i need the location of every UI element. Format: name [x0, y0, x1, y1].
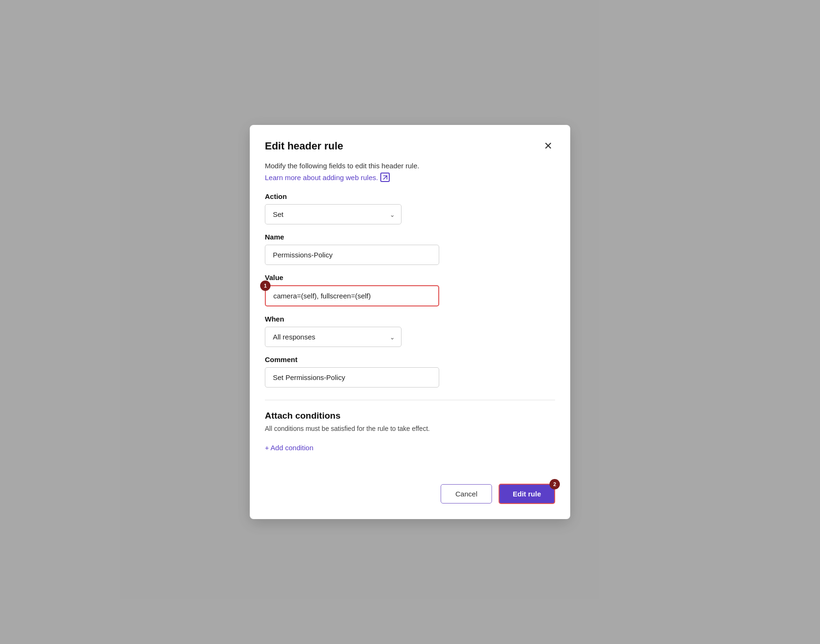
edit-rule-button[interactable]: Edit rule: [499, 484, 555, 504]
action-select-wrapper: Set Append Delete ⌄: [265, 204, 402, 224]
value-error-badge: 1: [260, 281, 271, 291]
when-label: When: [265, 315, 555, 323]
when-select-wrapper: All responses Status 2xx Status 3xx Stat…: [265, 327, 402, 347]
edit-rule-button-wrapper: 2 Edit rule: [499, 484, 555, 504]
value-input[interactable]: [265, 285, 439, 306]
add-condition-label: + Add condition: [265, 444, 313, 452]
edit-header-rule-modal: Edit header rule ✕ Modify the following …: [250, 125, 570, 519]
value-input-wrapper: 1: [265, 285, 439, 306]
modal-description: Modify the following fields to edit this…: [265, 162, 555, 170]
cancel-button[interactable]: Cancel: [441, 484, 492, 504]
comment-input[interactable]: [265, 367, 439, 388]
value-label: Value: [265, 273, 555, 281]
comment-label: Comment: [265, 355, 555, 363]
attach-conditions-title: Attach conditions: [265, 411, 555, 421]
modal-overlay: Edit header rule ✕ Modify the following …: [0, 0, 820, 644]
attach-conditions-description: All conditions must be satisfied for the…: [265, 425, 555, 432]
action-section: Action Set Append Delete ⌄: [265, 192, 555, 224]
value-section: Value 1: [265, 273, 555, 306]
add-condition-button[interactable]: + Add condition: [265, 442, 313, 454]
modal-title: Edit header rule: [265, 140, 343, 152]
name-section: Name: [265, 233, 555, 265]
section-divider: [265, 400, 555, 400]
learn-more-link[interactable]: Learn more about adding web rules.: [265, 173, 390, 182]
name-input[interactable]: [265, 245, 439, 265]
attach-conditions-section: Attach conditions All conditions must be…: [265, 411, 555, 454]
modal-header: Edit header rule ✕: [265, 140, 555, 152]
action-select[interactable]: Set Append Delete: [265, 204, 402, 224]
comment-section: Comment: [265, 355, 555, 388]
action-label: Action: [265, 192, 555, 200]
learn-more-text: Learn more about adding web rules.: [265, 173, 378, 182]
when-select[interactable]: All responses Status 2xx Status 3xx Stat…: [265, 327, 402, 347]
edit-rule-error-badge: 2: [549, 479, 560, 489]
external-link-icon: [380, 173, 390, 182]
modal-footer: Cancel 2 Edit rule: [265, 476, 555, 504]
when-section: When All responses Status 2xx Status 3xx…: [265, 315, 555, 347]
close-button[interactable]: ✕: [541, 140, 555, 152]
name-label: Name: [265, 233, 555, 241]
